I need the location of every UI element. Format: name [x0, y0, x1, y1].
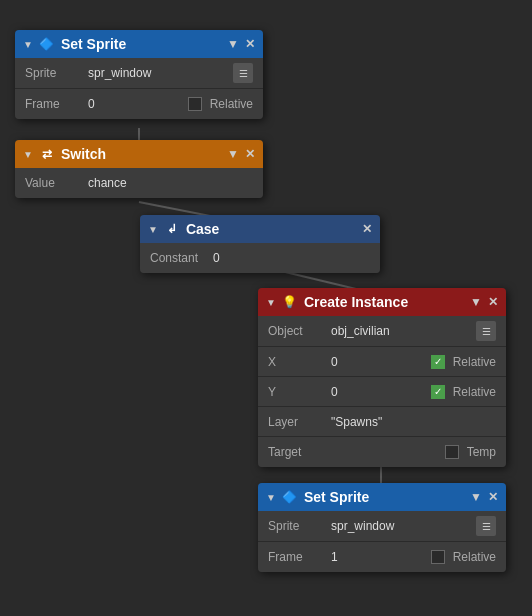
set-sprite-2-controls: ▼ ✕: [470, 491, 498, 503]
set-sprite-2-close-btn[interactable]: ✕: [488, 491, 498, 503]
create-instance-layer-label: Layer: [268, 415, 323, 429]
set-sprite-1-sprite-row: Sprite spr_window ☰: [15, 58, 263, 89]
create-instance-target-row: Target Temp: [258, 437, 506, 467]
set-sprite-1-header: ▼ 🔷 Set Sprite ▼ ✕: [15, 30, 263, 58]
create-instance-x-relative: Relative: [431, 355, 496, 369]
switch-body: Value chance: [15, 168, 263, 198]
create-instance-header-left: ▼ 💡 Create Instance: [266, 294, 408, 310]
case-constant-label: Constant: [150, 251, 205, 265]
set-sprite-2-header-left: ▼ 🔷 Set Sprite: [266, 489, 369, 505]
create-instance-object-value[interactable]: obj_civilian: [331, 324, 468, 338]
switch-value-value[interactable]: chance: [88, 176, 253, 190]
case-header-left: ▼ ↲ Case: [148, 221, 219, 237]
create-instance-y-relative-label: Relative: [453, 385, 496, 399]
set-sprite-2-body: Sprite spr_window ☰ Frame 1 Relative: [258, 511, 506, 572]
set-sprite-1-frame-row: Frame 0 Relative: [15, 89, 263, 119]
set-sprite-2-header: ▼ 🔷 Set Sprite ▼ ✕: [258, 483, 506, 511]
set-sprite-1-sprite-icon[interactable]: ☰: [233, 63, 253, 83]
create-instance-node: ▼ 💡 Create Instance ▼ ✕ Object obj_civil…: [258, 288, 506, 467]
set-sprite-2-menu-btn[interactable]: ▼: [470, 491, 482, 503]
create-instance-icon: 💡: [282, 294, 298, 310]
switch-close-btn[interactable]: ✕: [245, 148, 255, 160]
switch-icon: ⇄: [39, 146, 55, 162]
set-sprite-2-title: Set Sprite: [304, 489, 369, 505]
switch-value-row: Value chance: [15, 168, 263, 198]
set-sprite-node-2: ▼ 🔷 Set Sprite ▼ ✕ Sprite spr_window ☰ F…: [258, 483, 506, 572]
create-instance-arrow[interactable]: ▼: [266, 297, 276, 308]
set-sprite-2-icon: 🔷: [282, 489, 298, 505]
switch-header: ▼ ⇄ Switch ▼ ✕: [15, 140, 263, 168]
create-instance-x-relative-checkbox[interactable]: [431, 355, 445, 369]
create-instance-x-label: X: [268, 355, 323, 369]
set-sprite-2-sprite-icon[interactable]: ☰: [476, 516, 496, 536]
set-sprite-2-arrow[interactable]: ▼: [266, 492, 276, 503]
case-controls: ✕: [362, 223, 372, 235]
create-instance-object-label: Object: [268, 324, 323, 338]
switch-header-left: ▼ ⇄ Switch: [23, 146, 106, 162]
set-sprite-1-relative: Relative: [188, 97, 253, 111]
switch-arrow[interactable]: ▼: [23, 149, 33, 160]
switch-node: ▼ ⇄ Switch ▼ ✕ Value chance: [15, 140, 263, 198]
create-instance-body: Object obj_civilian ☰ X 0 Relative Y 0 R…: [258, 316, 506, 467]
switch-value-label: Value: [25, 176, 80, 190]
create-instance-y-row: Y 0 Relative: [258, 377, 506, 407]
create-instance-y-label: Y: [268, 385, 323, 399]
set-sprite-1-frame-label: Frame: [25, 97, 80, 111]
create-instance-temp: Temp: [445, 445, 496, 459]
create-instance-target-label: Target: [268, 445, 323, 459]
create-instance-y-value[interactable]: 0: [331, 385, 423, 399]
create-instance-object-icon[interactable]: ☰: [476, 321, 496, 341]
set-sprite-1-menu-btn[interactable]: ▼: [227, 38, 239, 50]
set-sprite-1-arrow[interactable]: ▼: [23, 39, 33, 50]
set-sprite-1-icon: 🔷: [39, 36, 55, 52]
create-instance-header: ▼ 💡 Create Instance ▼ ✕: [258, 288, 506, 316]
set-sprite-2-frame-label: Frame: [268, 550, 323, 564]
set-sprite-1-title: Set Sprite: [61, 36, 126, 52]
case-icon: ↲: [164, 221, 180, 237]
set-sprite-1-sprite-value[interactable]: spr_window: [88, 66, 225, 80]
set-sprite-1-body: Sprite spr_window ☰ Frame 0 Relative: [15, 58, 263, 119]
set-sprite-2-relative-checkbox[interactable]: [431, 550, 445, 564]
set-sprite-1-header-left: ▼ 🔷 Set Sprite: [23, 36, 126, 52]
create-instance-temp-label: Temp: [467, 445, 496, 459]
create-instance-y-relative-checkbox[interactable]: [431, 385, 445, 399]
case-body: Constant 0: [140, 243, 380, 273]
case-node: ▼ ↲ Case ✕ Constant 0: [140, 215, 380, 273]
create-instance-x-row: X 0 Relative: [258, 347, 506, 377]
set-sprite-2-sprite-label: Sprite: [268, 519, 323, 533]
case-close-btn[interactable]: ✕: [362, 223, 372, 235]
create-instance-close-btn[interactable]: ✕: [488, 296, 498, 308]
case-arrow[interactable]: ▼: [148, 224, 158, 235]
set-sprite-node-1: ▼ 🔷 Set Sprite ▼ ✕ Sprite spr_window ☰ F…: [15, 30, 263, 119]
set-sprite-2-frame-value[interactable]: 1: [331, 550, 423, 564]
set-sprite-1-sprite-label: Sprite: [25, 66, 80, 80]
set-sprite-2-frame-row: Frame 1 Relative: [258, 542, 506, 572]
set-sprite-2-relative: Relative: [431, 550, 496, 564]
set-sprite-1-frame-value[interactable]: 0: [88, 97, 180, 111]
switch-controls: ▼ ✕: [227, 148, 255, 160]
set-sprite-1-relative-label: Relative: [210, 97, 253, 111]
switch-menu-btn[interactable]: ▼: [227, 148, 239, 160]
create-instance-x-value[interactable]: 0: [331, 355, 423, 369]
create-instance-y-relative: Relative: [431, 385, 496, 399]
set-sprite-1-close-btn[interactable]: ✕: [245, 38, 255, 50]
create-instance-title: Create Instance: [304, 294, 408, 310]
create-instance-layer-value[interactable]: "Spawns": [331, 415, 496, 429]
create-instance-temp-checkbox[interactable]: [445, 445, 459, 459]
set-sprite-2-relative-label: Relative: [453, 550, 496, 564]
case-title: Case: [186, 221, 219, 237]
switch-title: Switch: [61, 146, 106, 162]
set-sprite-1-relative-checkbox[interactable]: [188, 97, 202, 111]
create-instance-object-row: Object obj_civilian ☰: [258, 316, 506, 347]
set-sprite-2-sprite-value[interactable]: spr_window: [331, 519, 468, 533]
create-instance-layer-row: Layer "Spawns": [258, 407, 506, 437]
set-sprite-1-controls: ▼ ✕: [227, 38, 255, 50]
set-sprite-2-sprite-row: Sprite spr_window ☰: [258, 511, 506, 542]
case-header: ▼ ↲ Case ✕: [140, 215, 380, 243]
create-instance-controls: ▼ ✕: [470, 296, 498, 308]
create-instance-menu-btn[interactable]: ▼: [470, 296, 482, 308]
case-constant-value[interactable]: 0: [213, 251, 370, 265]
create-instance-x-relative-label: Relative: [453, 355, 496, 369]
case-constant-row: Constant 0: [140, 243, 380, 273]
